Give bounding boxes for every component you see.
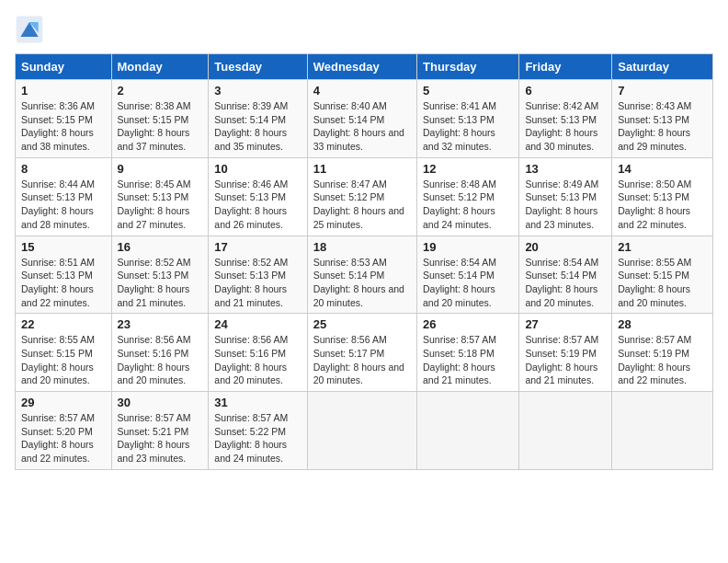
day-number: 24 xyxy=(214,317,301,331)
calendar-day-cell: 24 Sunrise: 8:56 AMSunset: 5:16 PMDaylig… xyxy=(209,314,307,392)
calendar-table: SundayMondayTuesdayWednesdayThursdayFrid… xyxy=(15,53,713,470)
day-info: Sunrise: 8:57 AMSunset: 5:22 PMDaylight:… xyxy=(214,412,288,464)
day-number: 31 xyxy=(214,396,301,409)
day-number: 16 xyxy=(118,240,203,254)
day-number: 22 xyxy=(21,317,106,331)
day-info: Sunrise: 8:46 AMSunset: 5:13 PMDaylight:… xyxy=(214,178,288,230)
calendar-day-cell: 6 Sunrise: 8:42 AMSunset: 5:13 PMDayligh… xyxy=(519,80,612,158)
day-info: Sunrise: 8:56 AMSunset: 5:16 PMDaylight:… xyxy=(118,334,191,385)
calendar-day-cell: 20 Sunrise: 8:54 AMSunset: 5:14 PMDaylig… xyxy=(519,236,612,314)
day-info: Sunrise: 8:52 AMSunset: 5:13 PMDaylight:… xyxy=(214,257,288,308)
day-number: 14 xyxy=(618,162,707,176)
column-header-saturday: Saturday xyxy=(612,54,713,80)
day-info: Sunrise: 8:57 AMSunset: 5:21 PMDaylight:… xyxy=(118,412,191,464)
day-number: 8 xyxy=(21,162,106,176)
column-header-tuesday: Tuesday xyxy=(209,54,307,80)
day-info: Sunrise: 8:42 AMSunset: 5:13 PMDaylight:… xyxy=(525,100,598,152)
calendar-day-cell: 15 Sunrise: 8:51 AMSunset: 5:13 PMDaylig… xyxy=(16,236,112,314)
calendar-day-cell: 21 Sunrise: 8:55 AMSunset: 5:15 PMDaylig… xyxy=(612,236,713,314)
calendar-week-row: 8 Sunrise: 8:44 AMSunset: 5:13 PMDayligh… xyxy=(16,157,713,236)
calendar-day-cell: 25 Sunrise: 8:56 AMSunset: 5:17 PMDaylig… xyxy=(307,314,416,392)
calendar-day-cell xyxy=(519,392,612,470)
day-info: Sunrise: 8:56 AMSunset: 5:16 PMDaylight:… xyxy=(214,334,288,385)
day-number: 29 xyxy=(21,396,106,409)
calendar-day-cell: 11 Sunrise: 8:47 AMSunset: 5:12 PMDaylig… xyxy=(307,157,416,236)
day-number: 18 xyxy=(313,240,411,254)
day-number: 13 xyxy=(525,162,606,176)
day-number: 27 xyxy=(525,317,606,331)
calendar-day-cell: 5 Sunrise: 8:41 AMSunset: 5:13 PMDayligh… xyxy=(417,80,519,158)
page-header xyxy=(15,15,713,44)
day-number: 9 xyxy=(118,162,203,176)
calendar-day-cell: 2 Sunrise: 8:38 AMSunset: 5:15 PMDayligh… xyxy=(111,80,209,158)
column-header-monday: Monday xyxy=(111,54,209,80)
day-info: Sunrise: 8:54 AMSunset: 5:14 PMDaylight:… xyxy=(423,257,496,308)
day-info: Sunrise: 8:55 AMSunset: 5:15 PMDaylight:… xyxy=(21,334,95,385)
calendar-day-cell: 13 Sunrise: 8:49 AMSunset: 5:13 PMDaylig… xyxy=(519,157,612,236)
column-header-wednesday: Wednesday xyxy=(307,54,416,80)
day-number: 6 xyxy=(525,84,606,98)
day-info: Sunrise: 8:48 AMSunset: 5:12 PMDaylight:… xyxy=(423,178,496,230)
day-info: Sunrise: 8:43 AMSunset: 5:13 PMDaylight:… xyxy=(618,100,691,152)
day-number: 20 xyxy=(525,240,606,254)
logo xyxy=(15,15,48,44)
day-number: 25 xyxy=(313,317,411,331)
day-number: 23 xyxy=(118,317,203,331)
calendar-day-cell: 9 Sunrise: 8:45 AMSunset: 5:13 PMDayligh… xyxy=(111,157,209,236)
day-info: Sunrise: 8:57 AMSunset: 5:19 PMDaylight:… xyxy=(618,334,691,385)
day-info: Sunrise: 8:40 AMSunset: 5:14 PMDaylight:… xyxy=(313,100,404,152)
calendar-day-cell xyxy=(417,392,519,470)
calendar-day-cell: 7 Sunrise: 8:43 AMSunset: 5:13 PMDayligh… xyxy=(612,80,713,158)
day-number: 3 xyxy=(214,84,301,98)
day-info: Sunrise: 8:51 AMSunset: 5:13 PMDaylight:… xyxy=(21,257,95,308)
day-info: Sunrise: 8:47 AMSunset: 5:12 PMDaylight:… xyxy=(313,178,404,230)
calendar-day-cell: 4 Sunrise: 8:40 AMSunset: 5:14 PMDayligh… xyxy=(307,80,416,158)
column-header-friday: Friday xyxy=(519,54,612,80)
day-info: Sunrise: 8:57 AMSunset: 5:19 PMDaylight:… xyxy=(525,334,598,385)
day-number: 30 xyxy=(118,396,203,409)
day-number: 1 xyxy=(21,84,106,98)
calendar-day-cell: 27 Sunrise: 8:57 AMSunset: 5:19 PMDaylig… xyxy=(519,314,612,392)
day-number: 17 xyxy=(214,240,301,254)
calendar-week-row: 29 Sunrise: 8:57 AMSunset: 5:20 PMDaylig… xyxy=(16,392,713,470)
calendar-day-cell: 17 Sunrise: 8:52 AMSunset: 5:13 PMDaylig… xyxy=(209,236,307,314)
calendar-day-cell: 14 Sunrise: 8:50 AMSunset: 5:13 PMDaylig… xyxy=(612,157,713,236)
calendar-day-cell: 3 Sunrise: 8:39 AMSunset: 5:14 PMDayligh… xyxy=(209,80,307,158)
calendar-header-row: SundayMondayTuesdayWednesdayThursdayFrid… xyxy=(16,54,713,80)
day-info: Sunrise: 8:53 AMSunset: 5:14 PMDaylight:… xyxy=(313,257,404,308)
calendar-day-cell: 16 Sunrise: 8:52 AMSunset: 5:13 PMDaylig… xyxy=(111,236,209,314)
day-info: Sunrise: 8:45 AMSunset: 5:13 PMDaylight:… xyxy=(118,178,191,230)
day-number: 15 xyxy=(21,240,106,254)
calendar-day-cell: 23 Sunrise: 8:56 AMSunset: 5:16 PMDaylig… xyxy=(111,314,209,392)
day-number: 10 xyxy=(214,162,301,176)
calendar-day-cell: 19 Sunrise: 8:54 AMSunset: 5:14 PMDaylig… xyxy=(417,236,519,314)
day-number: 11 xyxy=(313,162,411,176)
calendar-day-cell: 31 Sunrise: 8:57 AMSunset: 5:22 PMDaylig… xyxy=(209,392,307,470)
calendar-day-cell: 26 Sunrise: 8:57 AMSunset: 5:18 PMDaylig… xyxy=(417,314,519,392)
day-number: 2 xyxy=(118,84,203,98)
calendar-day-cell xyxy=(612,392,713,470)
calendar-week-row: 1 Sunrise: 8:36 AMSunset: 5:15 PMDayligh… xyxy=(16,80,713,158)
day-info: Sunrise: 8:50 AMSunset: 5:13 PMDaylight:… xyxy=(618,178,691,230)
day-number: 19 xyxy=(423,240,513,254)
day-info: Sunrise: 8:52 AMSunset: 5:13 PMDaylight:… xyxy=(118,257,191,308)
calendar-day-cell: 22 Sunrise: 8:55 AMSunset: 5:15 PMDaylig… xyxy=(16,314,112,392)
calendar-week-row: 15 Sunrise: 8:51 AMSunset: 5:13 PMDaylig… xyxy=(16,236,713,314)
day-number: 26 xyxy=(423,317,513,331)
day-number: 5 xyxy=(423,84,513,98)
day-info: Sunrise: 8:36 AMSunset: 5:15 PMDaylight:… xyxy=(21,100,95,152)
day-info: Sunrise: 8:56 AMSunset: 5:17 PMDaylight:… xyxy=(313,334,404,385)
day-number: 12 xyxy=(423,162,513,176)
calendar-day-cell: 12 Sunrise: 8:48 AMSunset: 5:12 PMDaylig… xyxy=(417,157,519,236)
day-number: 7 xyxy=(618,84,707,98)
logo-icon xyxy=(15,15,44,44)
day-info: Sunrise: 8:49 AMSunset: 5:13 PMDaylight:… xyxy=(525,178,598,230)
day-number: 21 xyxy=(618,240,707,254)
calendar-week-row: 22 Sunrise: 8:55 AMSunset: 5:15 PMDaylig… xyxy=(16,314,713,392)
calendar-day-cell: 28 Sunrise: 8:57 AMSunset: 5:19 PMDaylig… xyxy=(612,314,713,392)
calendar-day-cell: 1 Sunrise: 8:36 AMSunset: 5:15 PMDayligh… xyxy=(16,80,112,158)
day-info: Sunrise: 8:41 AMSunset: 5:13 PMDaylight:… xyxy=(423,100,496,152)
calendar-day-cell: 29 Sunrise: 8:57 AMSunset: 5:20 PMDaylig… xyxy=(16,392,112,470)
day-number: 28 xyxy=(618,317,707,331)
day-number: 4 xyxy=(313,84,411,98)
